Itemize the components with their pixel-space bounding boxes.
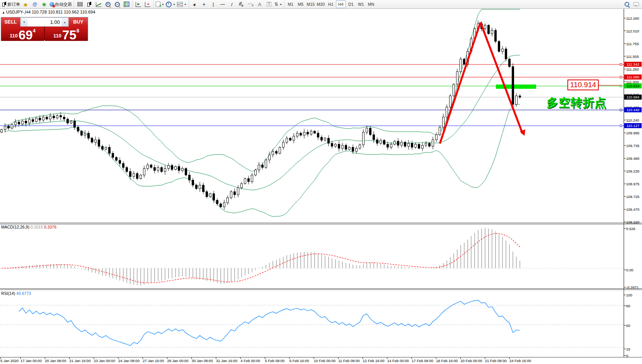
- candlestick-button[interactable]: [85, 1, 94, 8]
- horizontal-line-button[interactable]: —: [218, 1, 227, 8]
- macd-signal-value: 0.3376: [44, 225, 56, 229]
- price-annotation-box[interactable]: 110.914: [567, 80, 599, 90]
- price-axis-label: 111.250: [626, 67, 639, 71]
- new-order-label: 新订单: [7, 2, 20, 7]
- autotrade-button[interactable]: 自动交易: [49, 1, 73, 8]
- channel-button[interactable]: //E: [237, 1, 246, 8]
- bar-chart-button[interactable]: [75, 1, 85, 8]
- profiles-button[interactable]: ▼: [165, 1, 176, 8]
- time-axis-label: 17 Feb 08:00: [412, 359, 433, 363]
- tile-windows-icon: [124, 2, 129, 7]
- buy-price-tile[interactable]: 110 75 8: [45, 27, 88, 41]
- horizontal-line-icon: —: [220, 2, 225, 7]
- chart-shift-button[interactable]: ◄: [143, 1, 152, 8]
- sell-button[interactable]: SELL: [1, 17, 20, 27]
- buy-price-big: 75: [62, 30, 77, 40]
- price-axis-label: 109.480: [626, 156, 639, 161]
- chart-shift-icon: ◄: [145, 2, 150, 7]
- indicators-caret-icon: ▼: [184, 3, 187, 6]
- timeframe-H4[interactable]: H4: [336, 0, 346, 8]
- timeframe-M5[interactable]: M5: [296, 0, 306, 8]
- time-axis-label: 20 Feb 00:00: [461, 359, 482, 363]
- price-level-badge: 110.440: [624, 107, 642, 112]
- timeframe-D1[interactable]: D1: [346, 0, 356, 8]
- timeframes-group: M1M5M15M30H1H4D1W1MN: [284, 0, 377, 8]
- time-axis-label: 21 Feb 08:00: [485, 359, 507, 363]
- tile-windows-button[interactable]: [122, 1, 131, 8]
- top-toolbar: 新订单 ◆ @ ◉ 自动交易 + − ▶ ◄ ▼ ▼ ▼: [0, 0, 642, 9]
- time-axis-label: 20 Jan 08:00: [45, 359, 66, 363]
- chart-manage-group: ▼ ▼ ▼: [153, 0, 189, 8]
- volume-input[interactable]: [27, 18, 61, 26]
- fibonacci-button[interactable]: ⋯F: [246, 1, 255, 8]
- timeframe-H1[interactable]: H1: [326, 0, 336, 8]
- auto-scroll-button[interactable]: ▶: [134, 1, 143, 8]
- volume-down-button[interactable]: ▼: [21, 18, 27, 26]
- price-level-badge: 110.914: [624, 83, 642, 88]
- community-button[interactable]: @: [30, 1, 39, 8]
- zoom-in-icon: +: [106, 2, 111, 7]
- trendline-button[interactable]: /: [227, 1, 237, 8]
- time-axis-label: 23 Jan 00:00: [94, 359, 115, 363]
- candlestick-icon: [87, 2, 92, 7]
- signals-button[interactable]: ◉: [39, 1, 49, 8]
- symbol-marker-icon: ▲: [2, 11, 5, 14]
- new-chart-button[interactable]: ▼: [155, 1, 165, 8]
- new-chart-caret-icon: ▼: [162, 3, 164, 6]
- macd-scale-label: 0.626: [626, 227, 635, 231]
- mt4-terminal: 新订单 ◆ @ ◉ 自动交易 + − ▶ ◄ ▼ ▼ ▼: [0, 0, 642, 364]
- rsi-scale-label: 50: [626, 323, 630, 328]
- text-button[interactable]: A: [255, 1, 264, 8]
- time-axis-label: 11 Feb 08:00: [338, 359, 359, 363]
- time-axis-label: 12 Feb 16:00: [363, 359, 385, 363]
- vertical-line-button[interactable]: |: [209, 1, 218, 8]
- trendline-icon: /: [231, 2, 233, 7]
- search-icon: [625, 2, 629, 7]
- sell-price-tile[interactable]: 110 69 4: [1, 27, 44, 41]
- rsi-scale-label: 80: [626, 304, 630, 308]
- deposit-icon: ◆: [24, 2, 27, 7]
- text-label-button[interactable]: T: [264, 1, 274, 8]
- time-axis-label: 5 Jan 2020: [0, 359, 19, 363]
- volume-up-button[interactable]: ▲: [61, 18, 68, 26]
- time-axis-label: 6 Feb 16:00: [289, 359, 309, 363]
- rsi-value: 40.6773: [16, 291, 31, 296]
- time-axis-label: 31 Jan 16:00: [216, 359, 237, 363]
- cursor-button[interactable]: ►: [190, 1, 199, 8]
- new-order-button[interactable]: 新订单: [1, 1, 21, 8]
- line-chart-button[interactable]: [94, 1, 103, 8]
- timeframe-M15[interactable]: M15: [306, 0, 316, 8]
- timeframe-M30[interactable]: M30: [316, 0, 326, 8]
- zoom-in-button[interactable]: +: [103, 1, 112, 8]
- chat-icon: [633, 2, 639, 6]
- price-axis-label: 112.010: [626, 29, 639, 33]
- new-chart-icon: [156, 2, 160, 7]
- price-axis-label: 109.985: [626, 131, 639, 135]
- arrows-caret-icon: ▼: [279, 3, 282, 6]
- buy-button[interactable]: BUY: [68, 17, 88, 27]
- time-axis-label: 17 Jan 00:00: [20, 359, 42, 363]
- main-chart-canvas[interactable]: [0, 0, 642, 364]
- timeframe-M1[interactable]: M1: [286, 0, 296, 8]
- search-button[interactable]: [622, 1, 632, 8]
- crosshair-button[interactable]: +: [199, 1, 209, 8]
- chat-button[interactable]: [632, 1, 641, 8]
- community-icon: @: [32, 2, 37, 7]
- time-axis-label: 27 Jan 16:00: [143, 359, 164, 363]
- auto-scroll-icon: ▶: [136, 2, 141, 7]
- deposit-button[interactable]: ◆: [21, 1, 30, 8]
- timeframe-W1[interactable]: W1: [356, 0, 366, 8]
- arrows-button[interactable]: ⇅▼: [274, 1, 283, 8]
- price-level-badge: 110.127: [624, 123, 642, 128]
- right-tools-group: [621, 0, 642, 8]
- buy-price-figure: 110: [53, 33, 61, 39]
- new-order-icon: [2, 2, 7, 7]
- indicators-button[interactable]: ▼: [176, 1, 187, 8]
- volume-control: ▼ ▲: [20, 17, 68, 27]
- sell-price-figure: 110: [10, 33, 18, 39]
- standard-toolbar-group: 新订单 ◆ @ ◉ 自动交易: [0, 0, 74, 8]
- zoom-out-button[interactable]: −: [112, 1, 122, 8]
- time-axis-label: 5 Feb 08:00: [265, 359, 285, 363]
- timeframe-MN[interactable]: MN: [366, 0, 376, 8]
- text-icon: A: [258, 2, 261, 7]
